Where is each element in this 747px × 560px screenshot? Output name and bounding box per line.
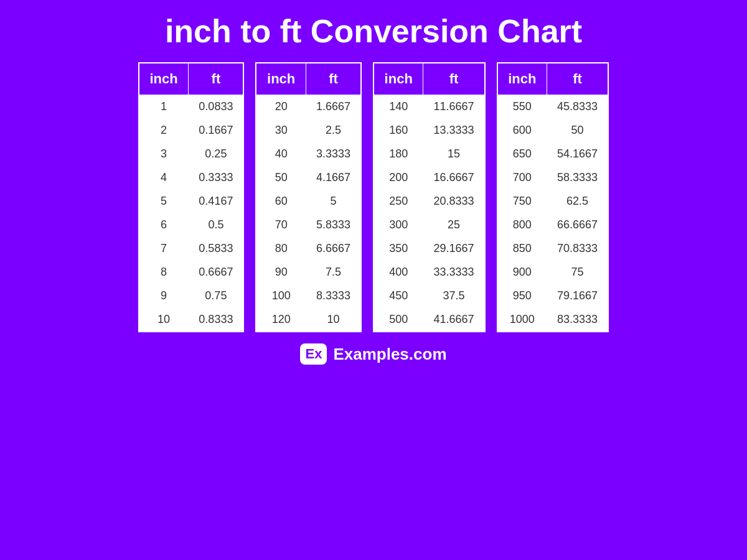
table-cell: 10: [306, 308, 361, 332]
table-cell: 16.6667: [423, 166, 485, 190]
table-row: 40033.3333: [374, 261, 485, 284]
table-row: 12010: [256, 308, 361, 332]
footer-logo: Ex: [300, 343, 327, 365]
table-cell: 850: [497, 237, 547, 261]
table-cell: 120: [256, 308, 306, 332]
table-row: 907.5: [256, 261, 361, 284]
table-row: 75062.5: [497, 190, 609, 213]
table-row: 20016.6667: [374, 166, 485, 190]
table-cell: 80: [256, 237, 306, 261]
table-cell: 20.8333: [423, 190, 485, 213]
table-cell: 500: [374, 308, 423, 332]
table-cell: 29.1667: [423, 237, 485, 261]
table-cell: 0.5: [189, 213, 244, 237]
table-row: 55045.8333: [497, 95, 609, 119]
table-cell: 700: [497, 166, 547, 190]
table-row: 60050: [497, 119, 609, 142]
table-cell: 54.1667: [547, 142, 609, 166]
table-row: 100083.3333: [497, 308, 609, 332]
table-row: 45037.5: [374, 284, 485, 308]
table-row: 85070.8333: [497, 237, 609, 261]
table-cell: 2.5: [306, 119, 361, 142]
conversion-table-4: inchft55045.83336005065054.166770058.333…: [497, 62, 609, 332]
table-cell: 8.3333: [306, 284, 361, 308]
tables-container: inchft10.083320.166730.2540.333350.41676…: [138, 62, 609, 332]
table-cell: 1: [139, 95, 189, 119]
table-row: 504.1667: [256, 166, 361, 190]
table-cell: 250: [374, 190, 423, 213]
conversion-table-1: inchft10.083320.166730.2540.333350.41676…: [138, 62, 245, 332]
table-cell: 180: [374, 142, 423, 166]
table-cell: 9: [139, 284, 189, 308]
table-cell: 50: [547, 119, 609, 142]
table-cell: 800: [497, 213, 547, 237]
table-row: 90.75: [139, 284, 244, 308]
table-row: 80.6667: [139, 261, 244, 284]
table-header-inch: inch: [374, 63, 423, 95]
table-cell: 62.5: [547, 190, 609, 213]
table-cell: 4.1667: [306, 166, 361, 190]
table-cell: 160: [374, 119, 423, 142]
table-row: 18015: [374, 142, 485, 166]
table-row: 35029.1667: [374, 237, 485, 261]
table-row: 60.5: [139, 213, 244, 237]
table-row: 10.0833: [139, 95, 244, 119]
table-cell: 1.6667: [306, 95, 361, 119]
table-cell: 90: [256, 261, 306, 284]
table-row: 50.4167: [139, 190, 244, 213]
table-cell: 3.3333: [306, 142, 361, 166]
table-row: 30.25: [139, 142, 244, 166]
table-row: 80066.6667: [497, 213, 609, 237]
table-row: 70058.3333: [497, 166, 609, 190]
table-cell: 40: [256, 142, 306, 166]
table-cell: 60: [256, 190, 306, 213]
table-row: 14011.6667: [374, 95, 485, 119]
table-row: 20.1667: [139, 119, 244, 142]
table-row: 50041.6667: [374, 308, 485, 332]
table-cell: 200: [374, 166, 423, 190]
table-cell: 33.3333: [423, 261, 485, 284]
table-cell: 20: [256, 95, 306, 119]
table-row: 806.6667: [256, 237, 361, 261]
table-cell: 0.1667: [189, 119, 244, 142]
table-cell: 5: [139, 190, 189, 213]
table-cell: 0.0833: [189, 95, 244, 119]
table-row: 705.8333: [256, 213, 361, 237]
table-cell: 13.3333: [423, 119, 485, 142]
table-cell: 450: [374, 284, 423, 308]
table-cell: 300: [374, 213, 423, 237]
table-row: 25020.8333: [374, 190, 485, 213]
table-cell: 4: [139, 166, 189, 190]
table-row: 30025: [374, 213, 485, 237]
table-header-inch: inch: [139, 63, 189, 95]
table-header-inch: inch: [256, 63, 306, 95]
table-header-ft: ft: [547, 63, 609, 95]
table-cell: 0.25: [189, 142, 244, 166]
table-row: 302.5: [256, 119, 361, 142]
footer-text: Examples.com: [333, 345, 446, 364]
table-cell: 10: [139, 308, 189, 332]
table-cell: 79.1667: [547, 284, 609, 308]
table-row: 201.6667: [256, 95, 361, 119]
table-cell: 0.8333: [189, 308, 244, 332]
table-cell: 50: [256, 166, 306, 190]
table-header-inch: inch: [497, 63, 547, 95]
table-cell: 1000: [497, 308, 547, 332]
table-row: 1008.3333: [256, 284, 361, 308]
table-cell: 83.3333: [547, 308, 609, 332]
table-cell: 350: [374, 237, 423, 261]
table-cell: 0.4167: [189, 190, 244, 213]
table-cell: 600: [497, 119, 547, 142]
table-cell: 2: [139, 119, 189, 142]
table-row: 605: [256, 190, 361, 213]
table-cell: 66.6667: [547, 213, 609, 237]
table-cell: 25: [423, 213, 485, 237]
table-row: 403.3333: [256, 142, 361, 166]
table-row: 40.3333: [139, 166, 244, 190]
table-cell: 37.5: [423, 284, 485, 308]
table-cell: 30: [256, 119, 306, 142]
table-cell: 8: [139, 261, 189, 284]
table-header-ft: ft: [423, 63, 485, 95]
table-cell: 950: [497, 284, 547, 308]
footer: Ex Examples.com: [300, 343, 446, 365]
